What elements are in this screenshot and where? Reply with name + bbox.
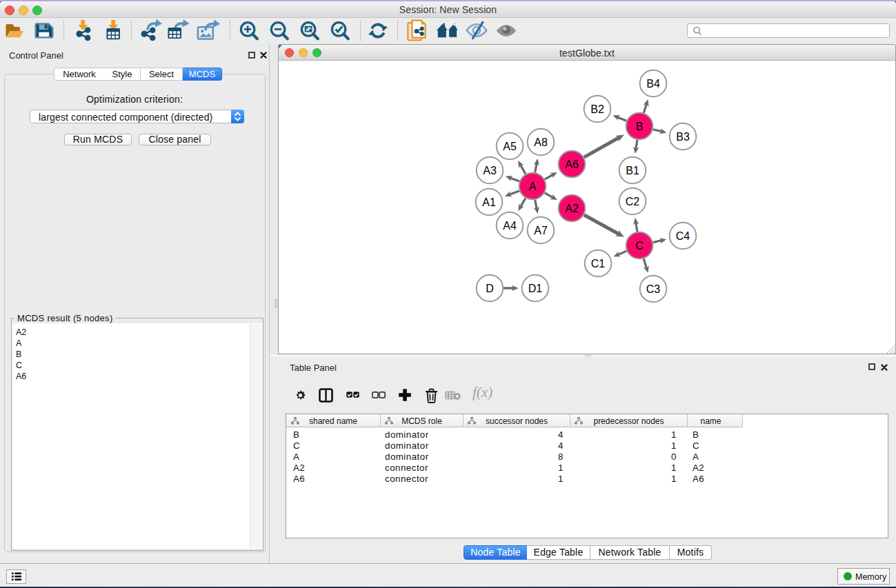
svg-text:C1: C1 <box>591 258 606 270</box>
svg-text:A6: A6 <box>565 159 579 170</box>
svg-text:D: D <box>486 283 494 294</box>
svg-text:C3: C3 <box>646 283 661 295</box>
svg-text:B3: B3 <box>676 131 690 143</box>
svg-text:C2: C2 <box>626 196 640 207</box>
svg-text:A7: A7 <box>534 225 548 236</box>
svg-text:A2: A2 <box>565 203 579 214</box>
svg-text:B4: B4 <box>646 78 660 90</box>
svg-text:D1: D1 <box>528 283 543 294</box>
svg-text:B2: B2 <box>590 103 604 115</box>
svg-text:B1: B1 <box>626 165 639 176</box>
svg-text:A4: A4 <box>503 220 517 232</box>
svg-text:A5: A5 <box>503 141 517 152</box>
svg-text:C: C <box>635 240 644 252</box>
svg-text:A8: A8 <box>534 136 548 148</box>
svg-text:B: B <box>636 121 644 132</box>
svg-text:A3: A3 <box>483 165 497 176</box>
svg-text:C4: C4 <box>676 230 690 242</box>
svg-text:A: A <box>529 181 537 192</box>
svg-text:A1: A1 <box>482 196 496 208</box>
